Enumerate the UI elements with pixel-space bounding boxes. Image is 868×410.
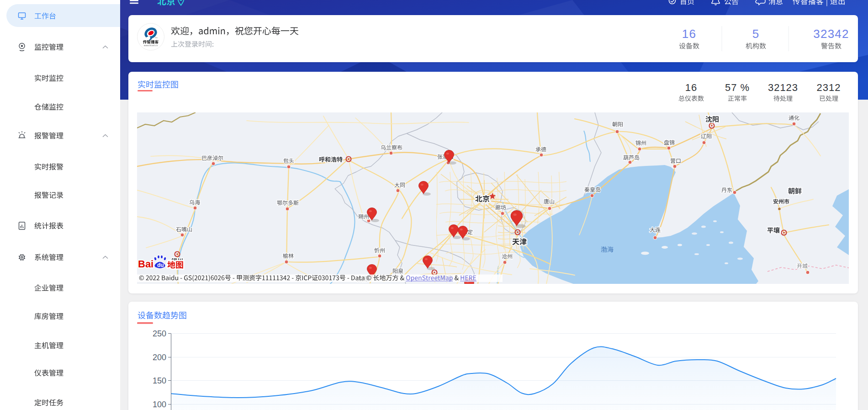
- svg-text:32342: 32342: [813, 27, 849, 41]
- svg-text:16: 16: [682, 27, 696, 41]
- svg-text:57 %: 57 %: [725, 82, 750, 93]
- svg-text:5: 5: [752, 27, 760, 41]
- svg-text:200: 200: [153, 353, 166, 362]
- svg-text:100: 100: [153, 400, 166, 409]
- svg-text:150: 150: [153, 376, 166, 385]
- svg-text:32123: 32123: [768, 82, 798, 93]
- svg-text:du: du: [157, 262, 164, 268]
- svg-text:250: 250: [153, 329, 166, 338]
- svg-text:16: 16: [685, 82, 697, 93]
- svg-text:Bai: Bai: [138, 258, 153, 270]
- svg-text:2312: 2312: [817, 82, 841, 93]
